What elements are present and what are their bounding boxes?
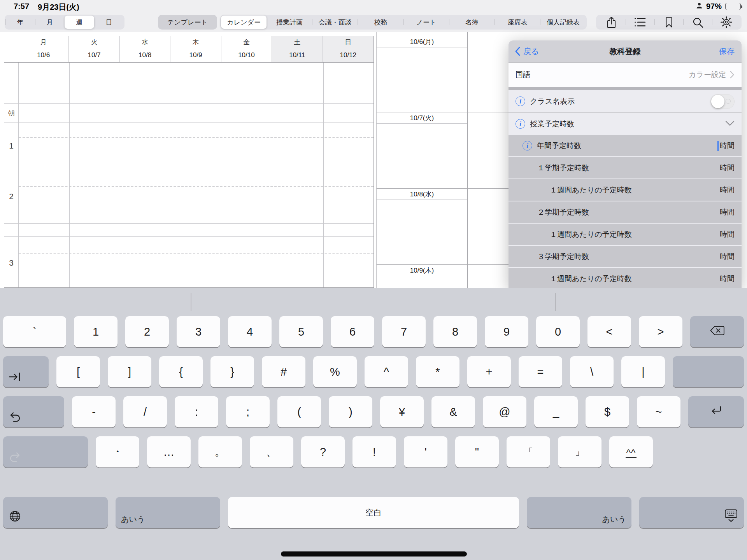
row-term1-weekly-hours[interactable]: １週間あたりの予定時数 時間 [509,179,742,201]
view-tab-month[interactable]: 月 [35,16,65,29]
key[interactable]: ) [329,396,372,427]
key[interactable]: 4 [228,316,272,347]
hours-input[interactable]: 時間 [720,163,735,173]
key[interactable]: 7 [382,316,426,347]
row-term2-hours[interactable]: ２学期予定時数 時間 [509,201,742,223]
key[interactable]: < [587,316,631,347]
grid-row-period-3[interactable]: 3 [4,237,374,288]
key-backtick[interactable]: ` [3,316,66,347]
view-tab-day[interactable]: 日 [94,16,124,29]
planned-hours-section-row[interactable]: i 授業予定時数 [509,113,742,135]
key[interactable]: \ [570,356,614,387]
search-icon[interactable] [683,16,712,29]
grid-row-notes[interactable] [4,63,374,104]
key[interactable]: 1 [74,316,117,347]
list-icon[interactable] [626,16,654,29]
bookmark-icon[interactable] [654,16,683,29]
key[interactable]: 0 [536,316,580,347]
key[interactable]: } [210,356,254,387]
key[interactable]: - [72,396,116,427]
grid-row-period-2[interactable]: 2 [4,169,374,224]
key[interactable]: [ [56,356,100,387]
key[interactable]: = [519,356,562,387]
hours-input[interactable]: 時間 [720,229,735,240]
hours-input[interactable]: 時間 [717,141,735,151]
key[interactable]: + [467,356,511,387]
key[interactable]: * [416,356,459,387]
template-button[interactable]: テンプレート [158,15,217,30]
hours-input[interactable]: 時間 [720,252,735,262]
hours-input[interactable]: 時間 [720,185,735,195]
kana-key-left[interactable]: あいう [116,497,220,528]
key[interactable]: 、 [250,436,293,467]
row-term3-weekly-hours[interactable]: １週間あたりの予定時数 時間 [509,268,742,289]
key[interactable]: # [262,356,305,387]
mode-tab-roster[interactable]: 名簿 [449,16,494,29]
key[interactable]: ・ [96,436,139,467]
key[interactable]: ? [301,436,345,467]
mode-tab-school-affairs[interactable]: 校務 [358,16,403,29]
return-key[interactable] [688,396,744,427]
tab-key[interactable] [3,356,49,387]
key[interactable]: / [123,396,167,427]
mode-tab-notes[interactable]: ノート [403,16,449,29]
redo-key[interactable] [3,436,88,467]
key[interactable]: 8 [433,316,477,347]
grid-row-morning[interactable]: 朝 [4,104,374,122]
kana-key-right[interactable]: あいう [527,497,631,528]
key[interactable]: " [455,436,499,467]
mode-tab-seating-chart[interactable]: 座席表 [495,16,540,29]
key[interactable]: ; [226,396,270,427]
view-tab-year[interactable]: 年 [5,16,35,29]
key[interactable]: { [159,356,203,387]
undo-key[interactable] [3,396,64,427]
grid-row-period-1[interactable]: 1 [4,122,374,169]
class-name-toggle[interactable] [710,94,735,109]
dismiss-keyboard-key[interactable] [639,497,744,528]
row-term1-hours[interactable]: １学期予定時数 時間 [509,157,742,178]
key[interactable]: ~ [637,396,680,427]
key[interactable]: & [431,396,475,427]
blank-key[interactable] [673,356,744,387]
info-icon[interactable]: i [523,141,532,150]
info-icon[interactable]: i [516,119,525,129]
key[interactable]: $ [586,396,629,427]
key[interactable]: 「 [507,436,550,467]
backspace-key[interactable] [690,316,744,347]
hours-input[interactable]: 時間 [720,207,735,217]
settings-icon[interactable] [712,16,741,29]
kaomoji-key[interactable]: ^^ [609,436,653,467]
key[interactable]: 」 [558,436,601,467]
key[interactable]: 6 [331,316,374,347]
row-term2-weekly-hours[interactable]: １週間あたりの予定時数 時間 [509,224,742,245]
key[interactable]: > [639,316,682,347]
row-term3-hours[interactable]: ３学期予定時数 時間 [509,246,742,267]
key[interactable]: 2 [125,316,169,347]
key[interactable]: _ [534,396,578,427]
space-key[interactable]: 空白 [228,497,519,528]
color-setting-button[interactable]: カラー設定 [689,70,735,80]
key[interactable]: % [313,356,357,387]
key[interactable]: 5 [279,316,323,347]
key[interactable]: ¥ [380,396,424,427]
row-annual-hours[interactable]: i 年間予定時数 時間 [509,135,742,156]
view-tab-week[interactable]: 週 [65,16,94,29]
key[interactable]: 3 [177,316,220,347]
info-icon[interactable]: i [516,96,525,106]
back-button[interactable]: 戻る [515,46,539,57]
key[interactable]: … [147,436,191,467]
key[interactable]: ( [277,396,321,427]
key[interactable]: ^ [365,356,408,387]
mode-tab-meetings[interactable]: 会議・面談 [312,16,358,29]
key[interactable]: ] [108,356,151,387]
key[interactable]: @ [483,396,526,427]
key[interactable]: ! [352,436,396,467]
key[interactable]: 9 [485,316,528,347]
mode-tab-lesson-plan[interactable]: 授業計画 [267,16,312,29]
key[interactable]: 。 [198,436,242,467]
grid-row-break[interactable] [4,224,374,237]
save-button[interactable]: 保存 [719,46,735,57]
hours-input[interactable]: 時間 [720,274,735,284]
globe-key[interactable] [3,497,108,528]
key[interactable]: ' [404,436,447,467]
